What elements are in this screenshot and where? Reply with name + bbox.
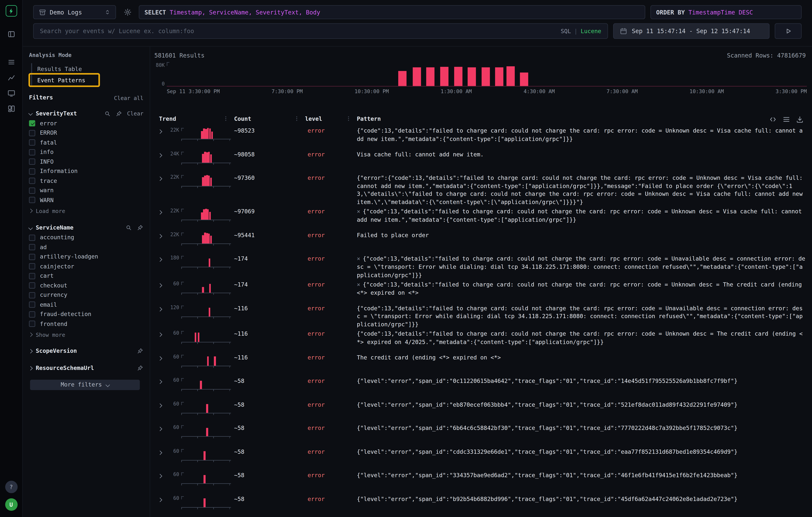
checkbox[interactable] [29,139,35,146]
severity-load-more[interactable]: Load more [29,206,143,215]
checkbox[interactable] [29,301,35,308]
histogram-bar[interactable] [506,66,515,86]
download-icon[interactable] [796,115,804,123]
filter-section-scopeversion[interactable]: ScopeVersion [29,346,143,356]
pin-icon[interactable] [137,365,143,371]
expand-icon[interactable] [158,258,162,262]
user-avatar[interactable]: U [5,498,17,511]
histogram-bar[interactable] [398,71,407,86]
column-header-trend[interactable]: Trend [159,115,176,122]
filter-option[interactable]: Information [29,167,143,176]
column-header-level[interactable]: level [305,115,322,122]
severity-clear-button[interactable]: Clear [127,110,143,117]
expand-icon[interactable] [158,498,162,502]
table-row[interactable]: 60~58error{"level":"error","span_id":"33… [153,470,807,494]
search-input[interactable] [40,27,556,35]
filter-section-resourceschemaurl[interactable]: ResourceSchemaUrl [29,363,143,373]
filter-option[interactable]: fatal [29,138,143,147]
expand-icon[interactable] [158,474,162,479]
expand-icon[interactable] [158,427,162,431]
code-view-icon[interactable] [769,115,777,123]
histogram-plot[interactable] [167,62,807,86]
histogram-bar[interactable] [454,67,463,86]
sidebar-toggle-icon[interactable] [5,28,17,40]
nav-chart-icon[interactable] [5,71,17,84]
checkbox[interactable] [29,188,35,194]
select-query-input[interactable]: SELECT Timestamp, ServiceName, SeverityT… [139,5,645,19]
checkbox[interactable] [29,273,35,279]
expand-icon[interactable] [158,451,162,455]
table-row[interactable]: 60~58error{"level":"error","span_id":"6b… [153,423,807,447]
gear-icon[interactable] [121,8,134,16]
histogram-bar[interactable] [495,67,503,86]
nav-logs-icon[interactable] [5,56,17,68]
table-row[interactable]: 22K~97069error×{"code":13,"details":"fai… [153,206,807,230]
expand-icon[interactable] [158,403,162,408]
search-icon[interactable] [125,224,132,231]
nav-dashboard-icon[interactable] [5,87,17,99]
filter-option[interactable]: ERROR [29,128,143,138]
checkbox[interactable] [29,149,35,155]
severity-section-header[interactable]: SeverityText Clear [29,108,143,118]
checkbox[interactable] [29,292,35,298]
filter-option[interactable]: currency [29,290,143,300]
table-row[interactable]: 60~58error{"level":"error","span_id":"b9… [153,494,807,517]
lucene-mode-option[interactable]: Lucene [581,28,601,34]
table-row[interactable]: 60~116errorThe credit card (ending <*> e… [153,352,807,376]
column-header-pattern[interactable]: Pattern [357,115,381,122]
histogram-bar[interactable] [482,67,490,86]
checkbox[interactable] [29,197,35,203]
date-range-picker[interactable]: Sep 11 15:47:14 - Sep 12 15:47:14 [613,23,770,39]
mode-event-patterns[interactable]: Event Patterns [31,75,143,86]
table-row[interactable]: 22K~98523error{"code":13,"details":"fail… [153,125,807,149]
checkbox[interactable] [29,120,35,127]
pin-icon[interactable] [137,224,143,231]
histogram-bar[interactable] [520,73,528,86]
filter-option[interactable]: WARN [29,195,143,205]
histogram-bar[interactable] [467,67,476,86]
service-section-header[interactable]: ServiceName [29,223,143,233]
table-row[interactable]: 60~58error{"level":"error","span_id":"eb… [153,399,807,423]
filter-option[interactable]: INFO [29,157,143,167]
more-filters-button[interactable]: More filters [30,379,140,390]
checkbox[interactable] [29,254,35,260]
filter-option[interactable]: cainjector [29,262,143,271]
filter-option[interactable]: ad [29,242,143,252]
checkbox[interactable] [29,311,35,318]
filter-option[interactable]: fraud-detection [29,310,143,319]
app-logo-icon[interactable] [5,5,17,17]
expand-icon[interactable] [158,130,162,134]
kebab-menu-icon[interactable] [294,115,300,122]
sql-mode-option[interactable]: SQL [561,28,571,34]
table-row[interactable]: 24K~98058errorVisa cache full: cannot ad… [153,149,807,173]
expand-icon[interactable] [158,283,162,288]
histogram-bar[interactable] [426,67,434,86]
filter-option[interactable]: artillery-loadgen [29,252,143,262]
search-icon[interactable] [104,110,111,117]
row-density-icon[interactable] [782,115,790,123]
histogram-bar[interactable] [440,67,448,86]
table-row[interactable]: 60~58error{"level":"error","span_id":"0c… [153,376,807,399]
filter-option[interactable]: error [29,119,143,128]
table-row[interactable]: 60~174error×{"code":13,"details":"failed… [153,279,807,303]
filter-option[interactable]: accounting [29,233,143,242]
table-row[interactable]: 60~116error{"code":13,"details":"failed … [153,328,807,352]
expand-icon[interactable] [158,234,162,238]
expand-icon[interactable] [158,380,162,384]
table-row[interactable]: 22K~95441errorFailed to place order [153,230,807,254]
checkbox[interactable] [29,168,35,174]
expand-icon[interactable] [158,153,162,157]
column-header-count[interactable]: Count [234,115,251,122]
pin-icon[interactable] [137,348,143,354]
expand-icon[interactable] [158,307,162,311]
mode-results-table[interactable]: Results Table [31,63,143,75]
checkbox[interactable] [29,283,35,289]
checkbox[interactable] [29,159,35,165]
source-select[interactable]: Demo Logs [33,5,116,19]
help-button[interactable]: ? [5,481,17,493]
table-row[interactable]: 180~174error×{"code":13,"details":"faile… [153,254,807,279]
table-row[interactable]: 22K~97360error{"error":{"code":13,"detai… [153,173,807,206]
table-row[interactable]: 60~58error{"level":"error","span_id":"cd… [153,447,807,470]
kebab-menu-icon[interactable] [345,115,352,122]
histogram-bar[interactable] [412,67,421,86]
